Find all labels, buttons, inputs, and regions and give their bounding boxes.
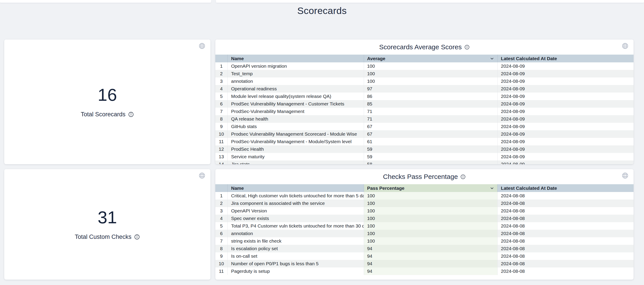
date-cell: 2024-08-08	[497, 215, 634, 222]
date-cell: 2024-08-09	[497, 108, 634, 115]
column-header-label: Pass Percentage	[367, 186, 404, 191]
table-row: 10Prodsec Vulnerability Management Score…	[215, 130, 634, 138]
name-cell: Service maturity	[227, 153, 364, 160]
date-cell: 2024-08-09	[497, 85, 634, 93]
row-index-cell: 6	[215, 230, 227, 237]
name-cell: Is escalation policy set	[227, 245, 364, 252]
row-index-cell: 3	[215, 207, 227, 215]
globe-icon[interactable]	[622, 172, 629, 179]
row-index-cell: 10	[215, 260, 227, 268]
value-cell: 100	[364, 207, 497, 215]
total-scorecards-value: 16	[98, 86, 117, 103]
column-header-label: Latest Calculated At Date	[501, 186, 557, 191]
name-column-header[interactable]: Name	[227, 55, 364, 62]
value-cell: 100	[364, 230, 497, 237]
date-column-header[interactable]: Latest Calculated At Date	[497, 184, 634, 192]
info-icon[interactable]	[134, 234, 140, 240]
column-header-label: Name	[231, 56, 244, 61]
table-row: 6ProdSec Vulnerability Management - Cust…	[215, 100, 634, 108]
name-cell: Is on-call set	[227, 252, 364, 260]
row-index-cell: 1	[215, 192, 227, 200]
total-custom-checks-value: 31	[98, 209, 117, 226]
table-row: 2Test_temp1002024-08-09	[215, 70, 634, 77]
row-index-cell: 10	[215, 130, 227, 138]
value-cell: 58	[364, 160, 497, 164]
value-cell: 86	[364, 93, 497, 100]
value-cell: 71	[364, 108, 497, 115]
date-cell: 2024-08-09	[497, 70, 634, 77]
globe-icon[interactable]	[198, 42, 206, 49]
name-cell: GitHub stats	[227, 123, 364, 130]
value-cell: 59	[364, 145, 497, 153]
row-index-cell: 9	[215, 123, 227, 130]
date-cell: 2024-08-08	[497, 200, 634, 207]
table-row: 11Pagerduty is setup942024-08-08	[215, 268, 634, 275]
name-cell: Test_temp	[227, 70, 364, 77]
row-index-cell: 5	[215, 222, 227, 230]
table-row: 14Jira stats582024-08-09	[215, 160, 634, 164]
row-index-cell: 8	[215, 115, 227, 123]
value-column-header[interactable]: Average	[364, 55, 497, 62]
stat-block: 31 Total Custom Checks	[4, 169, 210, 280]
name-cell: OpenAPI version migration	[227, 62, 364, 70]
value-cell: 100	[364, 77, 497, 85]
name-cell: Total P3, P4 Customer vuln tickets untou…	[227, 222, 364, 230]
value-cell: 100	[364, 192, 497, 200]
date-cell: 2024-08-08	[497, 268, 634, 275]
table-row: 4Operational readiness972024-08-09	[215, 85, 634, 93]
value-cell: 67	[364, 130, 497, 138]
date-cell: 2024-08-08	[497, 260, 634, 268]
table-row: 10Number of open P0/P1 bugs is less than…	[215, 260, 634, 268]
date-column-header[interactable]: Latest Calculated At Date	[497, 55, 634, 62]
info-icon[interactable]	[460, 174, 466, 180]
name-cell: Pagerduty is setup	[227, 268, 364, 275]
globe-icon[interactable]	[198, 172, 206, 179]
name-cell: Jira component is associated with the se…	[227, 200, 364, 207]
info-icon[interactable]	[464, 44, 470, 50]
value-cell: 94	[364, 252, 497, 260]
value-cell: 94	[364, 245, 497, 252]
name-cell: Jira stats	[227, 160, 364, 164]
row-index-cell: 4	[215, 215, 227, 222]
name-cell: OpenAPI Version	[227, 207, 364, 215]
name-cell: ProdSec-Vulnerability Management - Modul…	[227, 138, 364, 145]
chevron-down-icon[interactable]	[490, 56, 494, 61]
date-cell: 2024-08-08	[497, 222, 634, 230]
row-index-cell: 11	[215, 138, 227, 145]
average-scores-title: Scorecards Average Scores	[379, 43, 462, 51]
date-cell: 2024-08-09	[497, 62, 634, 70]
row-index-cell: 13	[215, 153, 227, 160]
panel-title-row: Scorecards Average Scores	[215, 39, 634, 55]
name-column-header[interactable]: Name	[227, 184, 364, 192]
total-scorecards-label: Total Scorecards	[81, 111, 125, 118]
chevron-down-icon[interactable]	[490, 186, 494, 191]
name-cell: annotation	[227, 230, 364, 237]
date-cell: 2024-08-09	[497, 123, 634, 130]
row-index-cell: 2	[215, 70, 227, 77]
name-cell: Spec owner exists	[227, 215, 364, 222]
date-cell: 2024-08-08	[497, 230, 634, 237]
row-index-cell: 8	[215, 245, 227, 252]
value-cell: 94	[364, 268, 497, 275]
globe-icon[interactable]	[622, 42, 629, 49]
name-cell: QA release health	[227, 115, 364, 123]
average-scores-panel: Scorecards Average Scores NameAverageLat…	[215, 39, 634, 164]
table-header-row: NamePass PercentageLatest Calculated At …	[215, 184, 634, 192]
name-cell: ProdSec Health	[227, 145, 364, 153]
table-row: 3OpenAPI Version1002024-08-08	[215, 207, 634, 215]
value-cell: 85	[364, 100, 497, 108]
value-cell: 100	[364, 222, 497, 230]
info-icon[interactable]	[128, 111, 134, 117]
row-index-column-header	[215, 55, 227, 62]
name-cell: Critical, High customer vuln tickets unt…	[227, 192, 364, 200]
table-row: 13Service maturity592024-08-09	[215, 153, 634, 160]
date-cell: 2024-08-09	[497, 138, 634, 145]
row-index-cell: 1	[215, 62, 227, 70]
row-index-column-header	[215, 184, 227, 192]
table-row: 5Module level release quality(system rel…	[215, 93, 634, 100]
value-column-header[interactable]: Pass Percentage	[364, 184, 497, 192]
checks-pass-panel: Checks Pass Percentage NamePass Percenta…	[215, 169, 634, 280]
value-cell: 67	[364, 123, 497, 130]
scrolled-panel-bottom-edge-left	[0, 0, 211, 3]
panel-title-row: Checks Pass Percentage	[215, 169, 634, 184]
